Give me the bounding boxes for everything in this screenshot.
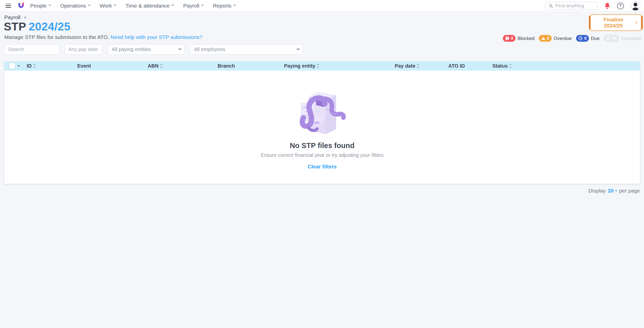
nav-label: Time & attendance [126, 3, 170, 9]
status-overdue[interactable]: 0 Overdue [539, 35, 572, 42]
chevron-right-icon [24, 16, 26, 19]
sort-icon [417, 64, 419, 68]
exclamation-circle-icon [505, 36, 509, 40]
empty-state-illustration [296, 87, 349, 138]
table-header-row: ID Event ABN Branch Paying entity Pay da… [4, 61, 640, 71]
due-count-pill: 0 [576, 35, 589, 42]
stp-help-link[interactable]: Need help with your STP submissions? [111, 34, 203, 40]
column-header-id[interactable]: ID [23, 63, 77, 69]
page-title: STP2024/25 [4, 20, 70, 33]
page-size-select[interactable]: 20 [608, 188, 617, 194]
page-subtitle: Manage STP files for submission to the A… [4, 34, 203, 40]
paying-entities-value: All paying entities [112, 46, 151, 52]
nav-item-payroll[interactable]: Payroll [183, 3, 203, 9]
overdue-label: Overdue [554, 36, 572, 41]
help-glyph: ? [619, 4, 622, 8]
column-header-paying-entity[interactable]: Paying entity [284, 63, 395, 69]
filters-bar: All paying entities All employees [4, 44, 303, 55]
page-title-year: 2024/25 [29, 20, 70, 33]
complete-count-pill: 96 [604, 35, 619, 42]
column-header-event: Event [77, 63, 148, 69]
page-subtitle-text: Manage STP files for submission to the A… [4, 34, 109, 40]
chevron-down-icon [88, 4, 91, 6]
status-complete[interactable]: 96 Complete [604, 35, 641, 42]
chevron-down-icon [233, 4, 236, 6]
sort-icon [34, 64, 35, 68]
help-icon[interactable]: ? [617, 3, 624, 9]
finalise-button-label: Finalise 2024/25 [595, 17, 632, 29]
chevron-right-icon [635, 21, 637, 24]
pay-date-filter-input[interactable] [65, 44, 102, 55]
notifications-bell-icon[interactable] [604, 2, 611, 9]
select-all-cell [4, 61, 23, 71]
nav-label: Work [100, 3, 112, 9]
nav-item-people[interactable]: People [30, 3, 51, 9]
column-header-status[interactable]: Status [492, 63, 640, 69]
blocked-count: 0 [511, 36, 513, 41]
nav-item-operations[interactable]: Operations [60, 3, 90, 9]
primary-nav: People Operations Work Time & attendance… [30, 3, 235, 9]
global-search-box[interactable] [546, 2, 597, 10]
chevron-down-icon [49, 4, 51, 6]
per-page-label: per page [619, 188, 640, 194]
avatar[interactable] [630, 1, 640, 11]
column-label: Status [492, 63, 508, 69]
finalise-highlight-annotation: Finalise 2024/25 [589, 16, 643, 29]
check-circle-icon [606, 36, 611, 40]
paying-entities-select[interactable]: All paying entities [108, 44, 185, 55]
breadcrumb-item-payroll[interactable]: Payroll [4, 14, 20, 20]
warning-triangle-icon [541, 36, 545, 40]
column-label: Event [77, 63, 91, 69]
column-header-pay-date[interactable]: Pay date [395, 63, 448, 69]
nav-item-work[interactable]: Work [100, 3, 116, 9]
due-count: 0 [584, 36, 586, 41]
select-all-checkbox[interactable] [9, 63, 15, 69]
status-blocked[interactable]: 0 Blocked [503, 35, 535, 42]
nav-label: Operations [60, 3, 86, 9]
chevron-down-icon [297, 47, 299, 50]
clear-filters-link[interactable]: Clear filters [308, 164, 337, 170]
column-label: Paying entity [284, 63, 315, 69]
nav-item-time-attendance[interactable]: Time & attendance [126, 3, 174, 9]
top-navigation-bar: People Operations Work Time & attendance… [0, 0, 644, 12]
page-title-prefix: STP [4, 20, 26, 33]
chevron-down-icon [201, 4, 204, 6]
column-label: Pay date [395, 63, 415, 69]
finalise-button[interactable]: Finalise 2024/25 [590, 14, 641, 31]
empty-state: No STP files found Ensure correct financ… [4, 71, 640, 170]
column-label: ATO ID [448, 63, 465, 69]
page-size-value: 20 [608, 188, 614, 194]
search-icon [549, 4, 553, 8]
stp-files-table: ID Event ABN Branch Paying entity Pay da… [4, 61, 640, 184]
chevron-down-icon [615, 189, 618, 191]
nav-item-reports[interactable]: Reports [213, 3, 235, 9]
search-filter-input[interactable] [4, 44, 59, 55]
hamburger-menu-icon[interactable] [6, 4, 11, 8]
nav-label: People [30, 3, 47, 9]
column-label: ABN [148, 63, 158, 69]
topbar-right-cluster: ? [546, 0, 640, 12]
chevron-down-icon [114, 4, 116, 6]
app-logo[interactable] [17, 2, 25, 10]
blocked-count-pill: 0 [503, 35, 515, 42]
select-menu-chevron-icon[interactable] [18, 64, 20, 67]
column-header-abn[interactable]: ABN [148, 63, 218, 69]
sort-icon [317, 64, 319, 68]
status-due[interactable]: 0 Due [576, 35, 599, 42]
nav-label: Payroll [183, 3, 199, 9]
global-search-input[interactable] [555, 3, 594, 9]
sort-icon [510, 64, 511, 68]
column-header-ato-id: ATO ID [448, 63, 492, 69]
complete-count: 96 [612, 36, 617, 41]
empty-state-title: No STP files found [290, 142, 354, 150]
overdue-count: 0 [547, 36, 549, 41]
due-label: Due [591, 36, 600, 41]
chevron-down-icon [172, 4, 174, 6]
complete-label: Complete [621, 36, 641, 41]
display-label: Display [588, 188, 606, 194]
column-label: ID [27, 63, 32, 69]
chevron-down-icon [178, 47, 181, 50]
employees-select[interactable]: All employees [190, 44, 303, 55]
blocked-label: Blocked [517, 36, 535, 41]
breadcrumb: Payroll [4, 14, 26, 20]
